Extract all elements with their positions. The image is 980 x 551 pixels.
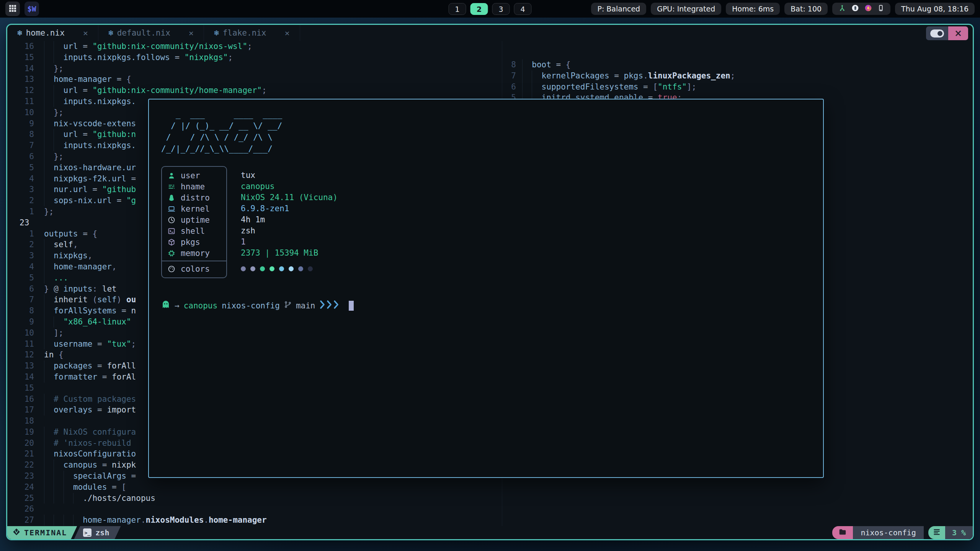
nixos-ascii-logo: _ ___ ____ ____ / |/ (_)_ __/ __ \/ __/ …: [161, 109, 823, 155]
statusline-right: nixos-config 3 %: [832, 526, 973, 539]
vim-icon: [13, 528, 20, 538]
color-dot: [279, 266, 284, 271]
code-line[interactable]: 26: [7, 504, 502, 515]
toggle-knob: [930, 29, 944, 37]
prompt-branch: main: [296, 301, 315, 310]
line-number: 3: [7, 250, 44, 261]
fetch-label: shell: [181, 227, 205, 236]
line-number: 17: [7, 404, 44, 416]
tab-close-icon[interactable]: ×: [285, 28, 290, 38]
color-dot: [270, 266, 274, 271]
fetch-value-user: tux: [241, 170, 338, 181]
line-number: 20: [7, 438, 44, 449]
window-close-button[interactable]: ×: [948, 26, 968, 40]
color-dot: [241, 266, 246, 271]
color-dot: [308, 266, 313, 271]
code-line[interactable]: 14};: [7, 63, 502, 74]
tab-close-icon[interactable]: ×: [83, 28, 88, 38]
topbar-left: $W: [5, 2, 39, 16]
color-wheel-icon[interactable]: [864, 4, 872, 13]
fetch-row-user: user: [162, 170, 226, 181]
fetch-label: memory: [181, 249, 210, 258]
mode-indicator: TERMINAL: [7, 526, 77, 539]
line-number: 16: [7, 394, 44, 405]
terminal-cursor: [349, 301, 354, 311]
line-number: 14: [7, 63, 44, 74]
fetch-row-kernel: kernel: [162, 203, 226, 214]
line-number: 2: [7, 239, 44, 250]
code-line[interactable]: 12url = "github:nix-community/home-manag…: [7, 85, 502, 96]
code-line[interactable]: 13home-manager = {: [7, 74, 502, 85]
workspace-button-4[interactable]: 4: [514, 3, 532, 15]
status-pill[interactable]: Home: 6ms: [726, 3, 780, 15]
workspace-button-1[interactable]: 1: [449, 3, 466, 15]
code-line[interactable]: 24modules = [: [7, 482, 502, 493]
line-number: 9: [7, 316, 44, 328]
fetch-value-shell: zsh: [241, 225, 338, 236]
line-number: 23: [7, 471, 44, 482]
status-pill[interactable]: P: Balanced: [591, 3, 646, 15]
line-number: 22: [7, 460, 44, 471]
bluetooth-icon[interactable]: [851, 4, 859, 13]
code-line[interactable]: 25./hosts/canopus: [7, 493, 502, 504]
fetch-row-uptime: uptime: [162, 214, 226, 225]
floating-terminal[interactable]: _ ___ ____ ____ / |/ (_)_ __/ __ \/ __/ …: [148, 99, 824, 478]
fetch-value-hname: canopus: [241, 181, 338, 192]
phone-icon[interactable]: [877, 4, 884, 13]
fetch-row-distro: distro: [162, 192, 226, 203]
workspaces: 1234: [449, 0, 532, 18]
line-number: 13: [7, 360, 44, 372]
line-number: 15: [7, 383, 44, 394]
line-number: 26: [7, 504, 44, 515]
fetch-label: uptime: [181, 215, 210, 225]
status-pill[interactable]: GPU: Integrated: [651, 3, 721, 15]
tab-flake.nix[interactable]: ❄flake.nix×: [204, 25, 300, 41]
app-launcher-button[interactable]: [5, 2, 20, 16]
tab-default.nix[interactable]: ❄default.nix×: [98, 25, 204, 41]
color-dot: [250, 266, 255, 271]
network-icon[interactable]: [838, 4, 846, 13]
folder-icon: [838, 528, 847, 538]
toggle-switch[interactable]: [926, 26, 948, 40]
top-bar: $W 1234 P: BalancedGPU: IntegratedHome: …: [0, 0, 980, 18]
scroll-percent: 3 %: [945, 526, 973, 539]
fetch-value-pkgs: 1: [241, 236, 338, 248]
workspace-button-2[interactable]: 2: [470, 3, 488, 15]
git-branch-icon: [284, 300, 292, 311]
folder-segment: [832, 526, 853, 539]
line-number: 23: [7, 217, 44, 228]
code-line[interactable]: 15inputs.nixpkgs.follows = "nixpkgs";: [7, 52, 502, 63]
fetch-value-memory: 2373 | 15394 MiB: [241, 248, 338, 259]
code-line[interactable]: 27home-manager.nixosModules.home-manager: [7, 515, 502, 526]
line-number: 15: [7, 52, 44, 63]
fetch-label: user: [181, 171, 200, 180]
lines-icon: [933, 528, 941, 538]
fetch-value-kernel: 6.9.8-zen1: [241, 203, 338, 214]
workspace-button-3[interactable]: 3: [492, 3, 510, 15]
line-number: 10: [7, 328, 44, 339]
logo-button[interactable]: $W: [24, 2, 39, 16]
system-tray[interactable]: [832, 3, 890, 15]
status-pills: P: BalancedGPU: IntegratedHome: 6msBat: …: [591, 3, 828, 15]
code-line[interactable]: 16url = "github:nix-community/nixos-wsl"…: [7, 41, 502, 52]
tab-close-icon[interactable]: ×: [189, 28, 194, 38]
tab-bar: ❄home.nix×❄default.nix×❄flake.nix× ×: [7, 25, 973, 41]
prompt-dir: nixos-config: [222, 301, 280, 310]
nix-snowflake-icon: ❄: [214, 28, 219, 37]
fetch-label: colors: [181, 264, 210, 274]
memory-icon: [167, 249, 176, 257]
clock[interactable]: Thu Aug 08, 18:16: [895, 3, 975, 15]
uptime-icon: [167, 216, 176, 224]
code-line[interactable]: 6supportedFilesystems = ["ntfs"];: [502, 82, 973, 93]
code-line[interactable]: 8boot = {: [502, 59, 973, 70]
shell-prompt[interactable]: → canopus nixos-config main: [161, 300, 823, 311]
tab-home.nix[interactable]: ❄home.nix×: [7, 25, 98, 41]
ghost-icon: [161, 300, 170, 311]
code-line[interactable]: 7kernelPackages = pkgs.linuxPackages_zen…: [502, 70, 973, 82]
line-number: 6: [502, 82, 522, 93]
line-number: 24: [7, 482, 44, 493]
fetch-row-memory: memory: [162, 248, 226, 259]
fetch-label: hname: [181, 182, 205, 191]
status-pill[interactable]: Bat: 100: [784, 3, 828, 15]
topbar-right: P: BalancedGPU: IntegratedHome: 6msBat: …: [591, 3, 975, 15]
